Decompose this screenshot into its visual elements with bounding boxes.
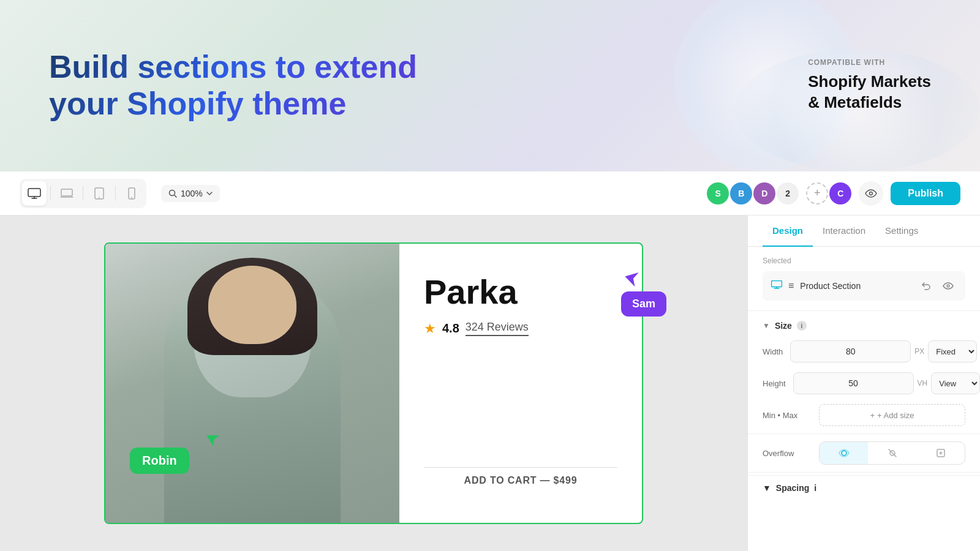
panel-scroll[interactable]: ▼ Size i Width PX Fixed Fit Fill	[748, 311, 980, 551]
overflow-label: Overflow	[763, 449, 812, 458]
overflow-visible-button[interactable]	[820, 442, 868, 464]
hero-section: Build sections to extend your Shopify th…	[0, 0, 980, 171]
device-laptop-button[interactable]	[55, 181, 79, 206]
device-desktop-button[interactable]	[22, 181, 47, 206]
svg-point-5	[131, 197, 132, 198]
width-input[interactable]	[790, 340, 911, 362]
divider	[50, 186, 51, 201]
height-input[interactable]	[793, 372, 914, 394]
spacing-header[interactable]: ▼ Spacing i	[763, 483, 965, 493]
eye-icon	[865, 189, 877, 198]
selected-section: Selected ≡ Product Section	[748, 247, 980, 311]
avatar-count[interactable]: 2	[777, 182, 799, 204]
avatar-d[interactable]: D	[753, 182, 775, 204]
star-icon: ★	[424, 321, 436, 337]
spacing-section: ▼ Spacing i	[748, 475, 980, 500]
width-unit: PX	[914, 347, 924, 356]
woman-figure	[105, 244, 399, 523]
overflow-hidden-button[interactable]	[868, 442, 916, 464]
rating-value: 4.8	[442, 321, 459, 335]
size-section-header[interactable]: ▼ Size i	[748, 311, 980, 335]
svg-point-6	[170, 190, 175, 195]
divider3	[115, 186, 116, 201]
reviews-count: 324 Reviews	[466, 321, 529, 336]
separator2	[748, 472, 980, 473]
right-panel: Design Interaction Settings Selected ≡ P…	[747, 216, 980, 551]
chevron-down-icon	[206, 192, 213, 195]
toolbar-right: S B D 2 + C Publish	[707, 181, 960, 206]
overflow-row: Overflow	[748, 437, 980, 470]
divider2	[83, 186, 83, 201]
cursor-robin	[203, 430, 221, 449]
publish-button[interactable]: Publish	[891, 182, 960, 205]
width-row: Width PX Fixed Fit Fill	[748, 335, 980, 367]
spacing-label: Spacing	[776, 483, 809, 493]
visibility-icon[interactable]	[940, 277, 957, 294]
desktop-small-icon	[771, 280, 782, 291]
avatar-c[interactable]: C	[829, 182, 851, 204]
avatar-add-button[interactable]: +	[806, 182, 828, 204]
selected-item: ≡ Product Section	[763, 271, 965, 301]
hero-text: Build sections to extend your Shopify th…	[49, 49, 808, 122]
cursor-sam-icon	[621, 268, 641, 288]
add-icon: +	[870, 411, 875, 420]
height-row: Height VH View Fixed Fit	[748, 367, 980, 399]
width-input-group: PX Fixed Fit Fill	[790, 340, 977, 362]
zoom-control[interactable]: 100%	[161, 185, 220, 202]
svg-point-3	[99, 197, 100, 198]
spacing-chevron-icon: ▼	[763, 483, 771, 493]
height-label: Height	[763, 379, 786, 388]
device-tablet-button[interactable]	[87, 181, 111, 206]
size-info-icon: i	[797, 321, 807, 331]
overflow-clip-button[interactable]	[916, 442, 965, 464]
hero-title: Build sections to extend your Shopify th…	[49, 49, 478, 122]
tab-interaction[interactable]: Interaction	[813, 216, 875, 247]
device-buttons	[20, 179, 146, 208]
svg-point-10	[842, 451, 846, 455]
svg-point-7	[870, 192, 873, 195]
zoom-value: 100%	[181, 189, 203, 198]
compatible-label: COMPATIBLE WITH	[808, 58, 931, 67]
height-mode-select[interactable]: View Fixed Fit	[931, 372, 980, 394]
product-rating: ★ 4.8 324 Reviews	[424, 321, 617, 337]
product-name: Parka	[424, 273, 617, 311]
min-max-input-group: + + Add size	[819, 404, 965, 426]
selected-name: Product Section	[800, 281, 911, 291]
avatar-s[interactable]: S	[707, 182, 729, 204]
width-label: Width	[763, 347, 783, 356]
robin-label: Robin	[130, 448, 189, 474]
selected-actions	[918, 277, 957, 294]
avatar-b[interactable]: B	[730, 182, 752, 204]
size-chevron-icon: ▼	[763, 321, 770, 330]
product-image: Robin	[105, 244, 399, 523]
add-to-cart: ADD TO CART — $499	[424, 467, 617, 493]
product-card: Robin Parka ★ 4.8 324 Reviews	[104, 242, 643, 524]
device-mobile-button[interactable]	[119, 181, 144, 206]
tab-settings[interactable]: Settings	[875, 216, 928, 247]
size-label: Size	[775, 321, 792, 331]
min-max-label: Min • Max	[763, 411, 812, 420]
editor-container: 100% S B D 2 + C Publish	[0, 171, 980, 551]
hero-compatible: COMPATIBLE WITH Shopify Markets & Metafi…	[808, 58, 931, 113]
min-max-row: Min • Max + + Add size	[748, 399, 980, 431]
svg-rect-1	[61, 189, 72, 196]
tab-design[interactable]: Design	[763, 216, 813, 247]
sam-label: Sam	[621, 291, 666, 317]
sam-cursor-area: Sam	[621, 268, 666, 317]
selected-label: Selected	[763, 257, 965, 265]
height-unit: VH	[918, 379, 928, 388]
search-icon	[168, 189, 177, 198]
product-info: Parka ★ 4.8 324 Reviews ADD TO CART — $4…	[399, 244, 642, 523]
compatible-title: Shopify Markets & Metafields	[808, 72, 931, 113]
canvas-area: Robin Parka ★ 4.8 324 Reviews	[0, 216, 747, 551]
width-mode-select[interactable]: Fixed Fit Fill	[928, 340, 977, 362]
height-input-group: VH View Fixed Fit	[793, 372, 980, 394]
preview-button[interactable]	[859, 181, 883, 206]
toolbar: 100% S B D 2 + C Publish	[0, 171, 980, 216]
add-size-button[interactable]: + + Add size	[819, 404, 965, 426]
undo-icon[interactable]	[918, 277, 935, 294]
svg-rect-8	[772, 281, 782, 287]
overflow-options	[819, 441, 965, 465]
svg-rect-0	[28, 189, 40, 197]
separator1	[748, 433, 980, 434]
